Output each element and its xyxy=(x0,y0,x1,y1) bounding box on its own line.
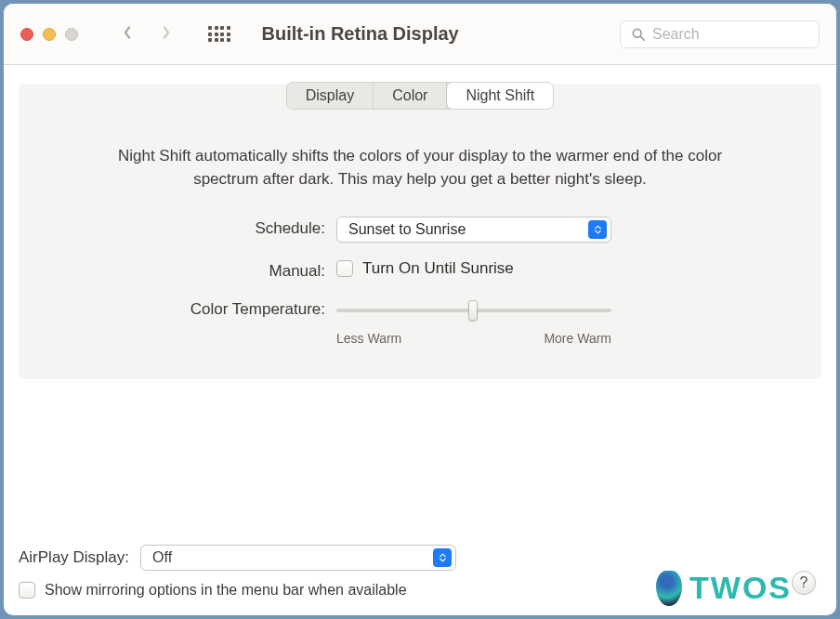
main-panel: Display Color Night Shift Night Shift au… xyxy=(19,84,821,379)
preferences-window: Built-in Retina Display Search Display C… xyxy=(4,4,836,615)
slider-thumb[interactable] xyxy=(468,300,478,321)
color-temperature-slider[interactable] xyxy=(336,301,611,320)
watermark-text: TWOS xyxy=(689,570,792,606)
search-field[interactable]: Search xyxy=(620,20,820,48)
tab-night-shift[interactable]: Night Shift xyxy=(446,82,554,110)
nav-buttons xyxy=(121,26,173,43)
tab-segmented-control: Display Color Night Shift xyxy=(286,82,555,110)
schedule-value: Sunset to Sunrise xyxy=(348,221,466,238)
help-button[interactable]: ? xyxy=(792,571,816,595)
slider-labels: Less Warm More Warm xyxy=(336,331,611,346)
search-icon xyxy=(632,28,645,41)
watermark: TWOS xyxy=(656,570,792,606)
updown-arrows-icon xyxy=(588,220,607,239)
mirroring-label: Show mirroring options in the menu bar w… xyxy=(45,582,407,599)
manual-label: Manual: xyxy=(130,259,325,281)
help-icon: ? xyxy=(800,574,808,591)
search-placeholder: Search xyxy=(652,26,700,43)
schedule-label: Schedule: xyxy=(130,217,325,238)
mirroring-row: Show mirroring options in the menu bar w… xyxy=(19,582,456,599)
updown-arrows-icon xyxy=(433,548,452,567)
tab-display[interactable]: Display xyxy=(287,83,374,109)
mirroring-checkbox[interactable] xyxy=(19,582,35,599)
svg-line-1 xyxy=(640,36,644,40)
airplay-row: AirPlay Display: Off xyxy=(19,545,456,571)
bulb-icon xyxy=(656,571,682,606)
airplay-label: AirPlay Display: xyxy=(19,548,129,567)
airplay-value: Off xyxy=(152,549,172,566)
night-shift-description: Night Shift automatically shifts the col… xyxy=(74,145,766,191)
close-window-button[interactable] xyxy=(20,28,33,41)
manual-row: Manual: Turn On Until Sunrise xyxy=(130,259,710,281)
schedule-row: Schedule: Sunset to Sunrise xyxy=(130,217,710,243)
traffic-lights xyxy=(20,28,78,41)
forward-button[interactable] xyxy=(160,26,173,43)
toolbar: Built-in Retina Display Search xyxy=(4,4,836,65)
show-all-button[interactable] xyxy=(208,26,230,42)
manual-checkbox-label: Turn On Until Sunrise xyxy=(362,259,514,278)
minimize-window-button[interactable] xyxy=(43,28,56,41)
zoom-window-button[interactable] xyxy=(65,28,78,41)
back-button[interactable] xyxy=(121,26,134,43)
night-shift-form: Schedule: Sunset to Sunrise Manual: xyxy=(74,217,766,346)
airplay-dropdown[interactable]: Off xyxy=(140,545,456,571)
schedule-dropdown[interactable]: Sunset to Sunrise xyxy=(336,217,611,243)
bottom-section: AirPlay Display: Off Show mirroring opti… xyxy=(19,545,456,599)
slider-min-label: Less Warm xyxy=(336,331,401,346)
manual-checkbox[interactable] xyxy=(336,260,353,277)
slider-max-label: More Warm xyxy=(544,331,611,346)
tab-color[interactable]: Color xyxy=(374,83,447,109)
color-temperature-label: Color Temperature: xyxy=(130,297,325,319)
chevron-right-icon xyxy=(160,26,173,39)
chevron-left-icon xyxy=(121,26,134,39)
window-title: Built-in Retina Display xyxy=(262,23,459,45)
color-temperature-row: Color Temperature: Less Warm More Warm xyxy=(130,297,710,346)
